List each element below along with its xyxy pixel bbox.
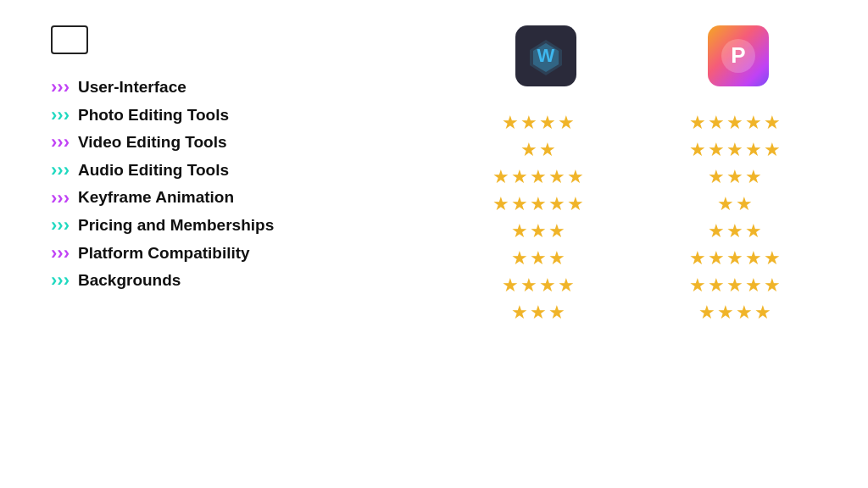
chevron-icon: › (57, 189, 63, 208)
picsart-stars: ★★★ (685, 166, 787, 188)
feature-item: ›››Keyframe Animation (51, 186, 424, 209)
chevron-icon: › (51, 161, 57, 180)
picsart-stars: ★★★ (685, 220, 787, 242)
feature-label: User-Interface (78, 76, 186, 99)
feature-chevrons: ››› (51, 161, 70, 180)
filmora-stars: ★★★ (488, 247, 590, 269)
picsart-icon: P (708, 25, 769, 86)
filmora-logo: W (515, 25, 576, 97)
feature-chevrons: ››› (51, 133, 70, 152)
feature-label: Video Editing Tools (78, 131, 227, 154)
chevron-icon: › (57, 244, 63, 263)
chevron-icon: › (57, 161, 63, 180)
chevron-icon: › (64, 271, 70, 290)
chevron-icon: › (51, 271, 57, 290)
rating-row: ★★★★★★★★ (441, 247, 834, 269)
chevron-icon: › (51, 106, 57, 125)
picsart-stars: ★★★★ (685, 302, 787, 324)
svg-text:W: W (537, 45, 554, 66)
filmora-stars: ★★★★ (488, 274, 590, 297)
filmora-stars: ★★★ (488, 220, 590, 242)
filmora-svg: W (525, 35, 567, 77)
main-container: ›››User-Interface›››Photo Editing Tools›… (0, 0, 868, 488)
feature-item: ›››Audio Editing Tools (51, 159, 424, 182)
feature-item: ›››Video Editing Tools (51, 131, 424, 154)
filmora-stars: ★★★★ (488, 112, 590, 134)
feature-item: ›››Pricing and Memberships (51, 214, 424, 237)
feature-chevrons: ››› (51, 271, 70, 290)
chevron-icon: › (64, 216, 70, 235)
filmora-icon: W (515, 25, 576, 86)
chevron-icon: › (51, 189, 57, 208)
chevron-icon: › (64, 106, 70, 125)
chevron-icon: › (51, 244, 57, 263)
chevron-icon: › (57, 133, 63, 152)
svg-text:P: P (731, 42, 745, 68)
feature-item: ›››User-Interface (51, 76, 424, 99)
feature-chevrons: ››› (51, 244, 70, 263)
filmora-stars: ★★ (488, 139, 590, 161)
chevron-icon: › (64, 161, 70, 180)
apps-header: W P (432, 25, 834, 97)
title-box (51, 25, 88, 54)
rating-row: ★★★★★★★★ (441, 166, 834, 188)
chevron-icon: › (57, 106, 63, 125)
feature-label: Backgrounds (78, 269, 181, 292)
chevron-icon: › (57, 271, 63, 290)
picsart-stars: ★★★★★ (685, 112, 787, 134)
feature-list: ›››User-Interface›››Photo Editing Tools›… (51, 76, 424, 292)
picsart-logo: P (708, 25, 769, 97)
ratings-grid: ★★★★★★★★★★★★★★★★★★★★★★★★★★★★★★★★★★★★★★★★… (432, 112, 834, 324)
rating-row: ★★★★★★★★★ (441, 274, 834, 297)
feature-item: ›››Backgrounds (51, 269, 424, 292)
feature-chevrons: ››› (51, 106, 70, 125)
feature-label: Keyframe Animation (78, 186, 234, 209)
chevron-icon: › (64, 78, 70, 97)
picsart-svg: P (720, 37, 757, 75)
rating-row: ★★★★★★★★★ (441, 112, 834, 134)
rating-row: ★★★★★★★ (441, 139, 834, 161)
feature-item: ›››Platform Compatibility (51, 242, 424, 265)
rating-row: ★★★★★★★ (441, 302, 834, 324)
left-panel: ›››User-Interface›››Photo Editing Tools›… (51, 25, 424, 292)
picsart-stars: ★★ (685, 193, 787, 215)
chevron-icon: › (64, 189, 70, 208)
chevron-icon: › (57, 78, 63, 97)
feature-chevrons: ››› (51, 189, 70, 208)
chevron-icon: › (51, 78, 57, 97)
filmora-stars: ★★★★★ (488, 166, 590, 188)
feature-chevrons: ››› (51, 78, 70, 97)
chevron-icon: › (57, 216, 63, 235)
filmora-stars: ★★★ (488, 302, 590, 324)
chevron-icon: › (51, 133, 57, 152)
feature-label: Platform Compatibility (78, 242, 250, 265)
rating-row: ★★★★★★ (441, 220, 834, 242)
feature-item: ›››Photo Editing Tools (51, 104, 424, 127)
feature-label: Photo Editing Tools (78, 104, 229, 127)
feature-label: Audio Editing Tools (78, 159, 229, 182)
chevron-icon: › (64, 244, 70, 263)
picsart-stars: ★★★★★ (685, 139, 787, 161)
right-panel: W P ★★★★★★★★★★★★★★★★★★★★★★★★★★★★★★★★ (424, 25, 834, 324)
feature-chevrons: ››› (51, 216, 70, 235)
chevron-icon: › (51, 216, 57, 235)
picsart-stars: ★★★★★ (685, 274, 787, 297)
feature-label: Pricing and Memberships (78, 214, 274, 237)
filmora-stars: ★★★★★ (488, 193, 590, 215)
rating-row: ★★★★★★★ (441, 193, 834, 215)
picsart-stars: ★★★★★ (685, 247, 787, 269)
chevron-icon: › (64, 133, 70, 152)
